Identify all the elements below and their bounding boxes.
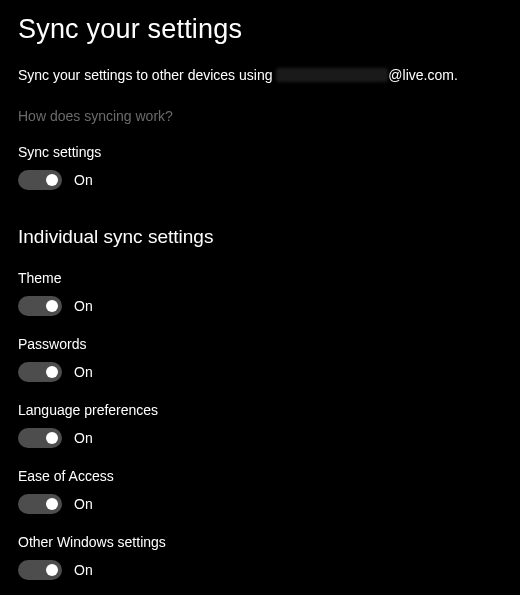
- toggle-knob-icon: [46, 300, 58, 312]
- toggle-knob-icon: [46, 498, 58, 510]
- theme-label: Theme: [18, 270, 502, 286]
- language-toggle[interactable]: [18, 428, 62, 448]
- language-toggle-row: On: [18, 428, 502, 448]
- other-windows-toggle[interactable]: [18, 560, 62, 580]
- other-windows-group: Other Windows settings On: [18, 534, 502, 580]
- sync-settings-group: Sync settings On: [18, 144, 502, 190]
- sync-settings-toggle-row: On: [18, 170, 502, 190]
- ease-of-access-label: Ease of Access: [18, 468, 502, 484]
- sync-settings-toggle[interactable]: [18, 170, 62, 190]
- passwords-status: On: [74, 364, 93, 380]
- sync-settings-status: On: [74, 172, 93, 188]
- theme-status: On: [74, 298, 93, 314]
- toggle-knob-icon: [46, 432, 58, 444]
- redacted-email: [276, 68, 388, 82]
- passwords-label: Passwords: [18, 336, 502, 352]
- toggle-knob-icon: [46, 174, 58, 186]
- other-windows-status: On: [74, 562, 93, 578]
- how-syncing-works-link[interactable]: How does syncing work?: [18, 108, 173, 124]
- sync-settings-label: Sync settings: [18, 144, 502, 160]
- toggle-knob-icon: [46, 564, 58, 576]
- passwords-toggle-row: On: [18, 362, 502, 382]
- theme-toggle[interactable]: [18, 296, 62, 316]
- theme-toggle-row: On: [18, 296, 502, 316]
- passwords-toggle[interactable]: [18, 362, 62, 382]
- page-title: Sync your settings: [18, 14, 502, 45]
- other-windows-toggle-row: On: [18, 560, 502, 580]
- other-windows-label: Other Windows settings: [18, 534, 502, 550]
- toggle-knob-icon: [46, 366, 58, 378]
- passwords-group: Passwords On: [18, 336, 502, 382]
- desc-suffix: @live.com.: [388, 67, 457, 83]
- theme-group: Theme On: [18, 270, 502, 316]
- ease-of-access-group: Ease of Access On: [18, 468, 502, 514]
- sync-description: Sync your settings to other devices usin…: [18, 67, 502, 83]
- ease-of-access-status: On: [74, 496, 93, 512]
- language-status: On: [74, 430, 93, 446]
- ease-of-access-toggle[interactable]: [18, 494, 62, 514]
- individual-sync-heading: Individual sync settings: [18, 226, 502, 248]
- language-group: Language preferences On: [18, 402, 502, 448]
- sync-settings-page: Sync your settings Sync your settings to…: [0, 0, 520, 580]
- language-label: Language preferences: [18, 402, 502, 418]
- ease-of-access-toggle-row: On: [18, 494, 502, 514]
- desc-prefix: Sync your settings to other devices usin…: [18, 67, 276, 83]
